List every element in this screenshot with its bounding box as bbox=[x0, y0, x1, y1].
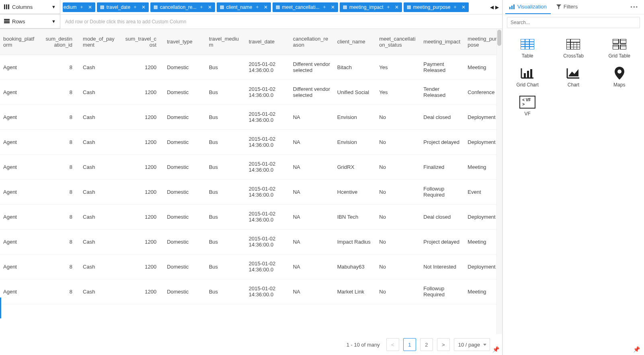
column-chip[interactable]: ▤client_name＋✕ bbox=[217, 2, 271, 12]
columns-chips[interactable]: edium＋✕▤travel_date＋✕▤cancellation_re...… bbox=[60, 2, 489, 12]
shelf-scroll-left[interactable]: ◀ bbox=[489, 4, 494, 10]
tab-visualization[interactable]: Visualization bbox=[505, 0, 551, 14]
column-header[interactable]: cancellation_reason bbox=[290, 29, 334, 55]
chip-add-icon[interactable]: ＋ bbox=[133, 4, 137, 10]
chip-label: edium bbox=[64, 4, 77, 10]
table-row[interactable]: Agent8Cash1200DomesticBus2015-01-02 14:3… bbox=[0, 179, 502, 204]
side-more-button[interactable]: ••• bbox=[627, 4, 642, 10]
viz-label: VF bbox=[524, 111, 530, 117]
field-type-icon: ▤ bbox=[154, 4, 158, 10]
pin-icon[interactable]: 📌 bbox=[633, 346, 640, 353]
table-cell: Finalized bbox=[420, 154, 464, 179]
table-cell: No bbox=[376, 179, 420, 204]
table-cell: 2015-01-02 14:36:00.0 bbox=[246, 279, 290, 304]
table-row[interactable]: Agent8Cash1200DomesticBus2015-01-02 14:3… bbox=[0, 279, 502, 304]
viz-option-maps[interactable]: Maps bbox=[597, 63, 642, 92]
side-panel: Visualization Filters ••• TableCrossTabG… bbox=[502, 0, 644, 355]
columns-shelf-label[interactable]: Columns ▼ bbox=[0, 0, 60, 14]
column-chip[interactable]: ▤meeting_purpose＋✕ bbox=[404, 2, 469, 12]
chip-remove-icon[interactable]: ✕ bbox=[206, 4, 213, 10]
column-header[interactable]: client_name bbox=[334, 29, 376, 55]
column-header[interactable]: travel_type bbox=[164, 29, 206, 55]
page-prev-button[interactable]: < bbox=[386, 338, 399, 351]
table-cell: 1200 bbox=[122, 105, 164, 129]
chip-add-icon[interactable]: ＋ bbox=[199, 4, 204, 10]
page-number-button[interactable]: 2 bbox=[420, 338, 433, 351]
chip-remove-icon[interactable]: ✕ bbox=[393, 4, 400, 10]
page-next-button[interactable]: > bbox=[437, 338, 450, 351]
table-row[interactable]: Agent8Cash1200DomesticBus2015-01-02 14:3… bbox=[0, 129, 502, 154]
table-cell: Cash bbox=[80, 204, 122, 229]
table-cell: IBN Tech bbox=[334, 204, 376, 229]
column-header[interactable]: meet_cancellation_status bbox=[376, 29, 420, 55]
left-accent-bar bbox=[0, 298, 1, 318]
column-header[interactable]: mode_of_payment bbox=[80, 29, 122, 55]
column-chip[interactable]: ▤meet_cancellati...＋✕ bbox=[273, 2, 338, 12]
table-cell: 8 bbox=[40, 105, 80, 129]
chip-remove-icon[interactable]: ✕ bbox=[460, 4, 467, 10]
column-header[interactable]: sum_travel_cost bbox=[122, 29, 164, 55]
table-cell: 2015-01-02 14:36:00.0 bbox=[246, 55, 290, 80]
table-cell: NA bbox=[290, 204, 334, 229]
column-chip[interactable]: ▤cancellation_re...＋✕ bbox=[150, 2, 215, 12]
chip-add-icon[interactable]: ＋ bbox=[79, 4, 84, 10]
table-cell: Cash bbox=[80, 179, 122, 204]
table-container: booking_platformsum_destination_idmode_o… bbox=[0, 29, 502, 334]
viz-option-gridchart[interactable]: Grid Chart bbox=[505, 63, 550, 92]
table-cell: Domestic bbox=[164, 129, 206, 154]
side-search-input[interactable] bbox=[507, 17, 640, 28]
shelf-scroll-right[interactable]: ▶ bbox=[494, 4, 500, 10]
chip-remove-icon[interactable]: ✕ bbox=[140, 4, 147, 10]
vertical-scroll-thumb[interactable] bbox=[497, 30, 501, 46]
table-cell: Agent bbox=[0, 204, 40, 229]
rows-shelf-label[interactable]: Rows ▼ bbox=[0, 14, 60, 29]
column-header[interactable]: sum_destination_id bbox=[40, 29, 80, 55]
table-cell: 8 bbox=[40, 129, 80, 154]
table-cell: GridRX bbox=[334, 154, 376, 179]
pin-icon[interactable]: 📌 bbox=[492, 346, 499, 353]
chip-remove-icon[interactable]: ✕ bbox=[329, 4, 336, 10]
rows-drop-area[interactable]: Add row or Double click this area to add… bbox=[60, 19, 502, 25]
table-cell: Different vendor selected bbox=[290, 80, 334, 105]
viz-label: CrossTab bbox=[563, 53, 584, 59]
rows-label-text: Rows bbox=[12, 18, 25, 25]
chip-add-icon[interactable]: ＋ bbox=[453, 4, 457, 10]
table-cell: No bbox=[376, 129, 420, 154]
table-row[interactable]: Agent8Cash1200DomesticBus2015-01-02 14:3… bbox=[0, 229, 502, 254]
table-row[interactable]: Agent8Cash1200DomesticBus2015-01-02 14:3… bbox=[0, 80, 502, 105]
table-cell: No bbox=[376, 279, 420, 304]
column-chip[interactable]: ▤meeting_impact＋✕ bbox=[340, 2, 402, 12]
table-row[interactable]: Agent8Cash1200DomesticBus2015-01-02 14:3… bbox=[0, 254, 502, 279]
column-header[interactable]: travel_date bbox=[246, 29, 290, 55]
field-type-icon: ▤ bbox=[220, 4, 224, 10]
viz-option-gridtable[interactable]: Grid Table bbox=[597, 34, 642, 63]
table-scroll[interactable]: booking_platformsum_destination_idmode_o… bbox=[0, 29, 502, 334]
viz-option-vf[interactable]: < VF >VF bbox=[505, 92, 550, 121]
viz-option-chart[interactable]: Chart bbox=[550, 63, 596, 92]
page-number-button[interactable]: 1 bbox=[403, 338, 416, 351]
chip-add-icon[interactable]: ＋ bbox=[255, 4, 260, 10]
viz-option-crosstab[interactable]: CrossTab bbox=[550, 34, 596, 63]
chip-label: cancellation_re... bbox=[160, 4, 197, 10]
table-row[interactable]: Agent8Cash1200DomesticBus2015-01-02 14:3… bbox=[0, 105, 502, 129]
field-type-icon: ▤ bbox=[407, 4, 411, 10]
table-row[interactable]: Agent8Cash1200DomesticBus2015-01-02 14:3… bbox=[0, 55, 502, 80]
column-header[interactable]: travel_medium bbox=[206, 29, 246, 55]
page-size-select[interactable]: 10 / page bbox=[454, 338, 490, 351]
table-cell: Market Link bbox=[334, 279, 376, 304]
column-chip[interactable]: ▤travel_date＋✕ bbox=[97, 2, 149, 12]
chip-add-icon[interactable]: ＋ bbox=[322, 4, 327, 10]
chip-add-icon[interactable]: ＋ bbox=[386, 4, 391, 10]
column-header[interactable]: meeting_impact bbox=[420, 29, 464, 55]
tab-filters[interactable]: Filters bbox=[552, 0, 582, 14]
viz-option-table[interactable]: Table bbox=[505, 34, 550, 63]
chip-remove-icon[interactable]: ✕ bbox=[86, 4, 94, 10]
table-row[interactable]: Agent8Cash1200DomesticBus2015-01-02 14:3… bbox=[0, 154, 502, 179]
table-cell: Domestic bbox=[164, 154, 206, 179]
column-header[interactable]: booking_platform bbox=[0, 29, 40, 55]
chip-remove-icon[interactable]: ✕ bbox=[262, 4, 269, 10]
column-chip[interactable]: edium＋✕ bbox=[63, 2, 95, 12]
vertical-scrollbar[interactable] bbox=[496, 29, 502, 334]
table-cell: 2015-01-02 14:36:00.0 bbox=[246, 229, 290, 254]
table-row[interactable]: Agent8Cash1200DomesticBus2015-01-02 14:3… bbox=[0, 204, 502, 229]
